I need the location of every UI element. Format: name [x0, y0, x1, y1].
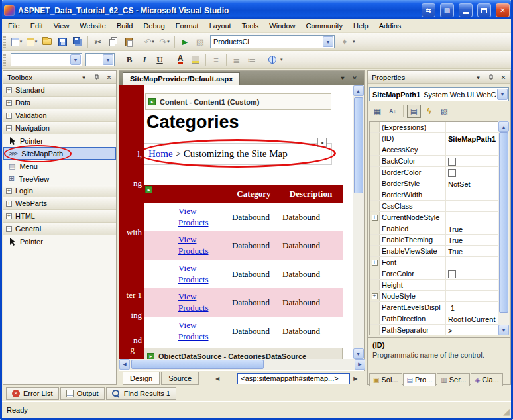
view-products-link[interactable]: View Products	[178, 263, 219, 286]
tab-properties[interactable]: ▤Pro...	[403, 373, 437, 386]
scroll-down-icon[interactable]: ▼	[353, 348, 364, 359]
property-value[interactable]	[446, 291, 500, 301]
pin-button[interactable]	[486, 72, 496, 82]
source-view-tab[interactable]: Source	[161, 372, 199, 385]
toolbar-grip[interactable]	[3, 36, 6, 48]
property-grid[interactable]: (Expressions) (ID)SiteMapPath1 AccessKey…	[369, 121, 500, 335]
scroll-left-icon[interactable]: ◀	[119, 359, 130, 370]
highlight-button[interactable]	[188, 52, 203, 67]
menu-format[interactable]: Format	[170, 20, 204, 32]
property-row[interactable]: (Expressions)	[370, 122, 500, 133]
property-value[interactable]	[446, 167, 500, 178]
toolbox-section-webparts[interactable]: +WebParts	[3, 197, 116, 210]
resize-grip[interactable]: ◢	[503, 407, 510, 417]
tab-find-results[interactable]: Find Results 1	[106, 387, 176, 400]
menu-layout[interactable]: Layout	[204, 20, 237, 32]
property-row[interactable]: ForeColor	[370, 268, 500, 280]
menu-community[interactable]: Community	[300, 20, 348, 32]
capture-tool-button-2[interactable]: ▤	[440, 3, 454, 17]
chevron-down-icon[interactable]: ▼	[497, 89, 508, 100]
property-value[interactable]	[446, 122, 500, 132]
undo-button[interactable]: ↶▾	[142, 34, 156, 49]
scroll-right-icon[interactable]: ▶	[355, 359, 365, 370]
scrollbar-thumb[interactable]	[499, 132, 508, 313]
property-value[interactable]	[446, 280, 500, 290]
design-horizontal-scrollbar[interactable]: ◀ ▶	[119, 359, 365, 370]
menu-website[interactable]: Website	[74, 20, 111, 32]
menu-help[interactable]: Help	[348, 20, 374, 32]
property-value[interactable]	[446, 156, 500, 166]
tab-server-explorer[interactable]: ▥Ser...	[437, 373, 470, 386]
properties-view-button[interactable]: ▤	[407, 105, 421, 118]
window-menu-button[interactable]: ▾	[473, 72, 483, 82]
property-row[interactable]: BackColor	[370, 156, 500, 167]
view-products-link[interactable]: View Products	[178, 235, 219, 257]
property-value[interactable]: True	[446, 246, 500, 256]
property-value[interactable]	[446, 189, 500, 200]
paste-button[interactable]	[121, 34, 136, 49]
view-products-link[interactable]: View Products	[178, 320, 219, 342]
document-tab[interactable]: SiteMapProvider/Default.aspx	[123, 72, 240, 85]
categorized-button[interactable]: ▦	[370, 105, 384, 118]
property-value[interactable]: RootToCurrent	[446, 313, 500, 324]
scroll-up-icon[interactable]: ▲	[353, 85, 364, 96]
view-products-link[interactable]: View Products	[178, 291, 219, 314]
expand-icon[interactable]: +	[6, 213, 12, 219]
breadcrumb-home-link[interactable]: Home	[148, 148, 173, 159]
property-value[interactable]: True	[446, 235, 500, 245]
property-row[interactable]: EnableViewStateTrue	[370, 246, 500, 257]
property-value[interactable]	[446, 201, 500, 211]
toolbar-combobox[interactable]: ProductsCL▼	[210, 35, 335, 48]
property-row[interactable]: +Font	[370, 257, 500, 268]
close-button[interactable]: ✕	[496, 3, 510, 17]
collapse-icon[interactable]: −	[6, 125, 12, 131]
menu-debug[interactable]: Debug	[138, 20, 170, 32]
sitemappath-control[interactable]: Home > Customizing the Site Map	[144, 143, 332, 165]
tag-nav-back-button[interactable]: ◀	[213, 376, 221, 382]
property-row[interactable]: BorderWidth	[370, 189, 500, 201]
expand-icon[interactable]: +	[6, 87, 12, 93]
property-row[interactable]: +CurrentNodeStyle	[370, 212, 500, 223]
open-file-button[interactable]	[40, 34, 54, 49]
font-size-combobox[interactable]: ▼	[86, 53, 115, 66]
expand-icon[interactable]: +	[6, 188, 12, 194]
toolbox-section-general[interactable]: −General	[3, 223, 116, 235]
menu-view[interactable]: View	[48, 20, 75, 32]
content-placeholder-header[interactable]: ▸ Content - Content1 (Custom)	[145, 93, 331, 110]
property-value[interactable]	[446, 144, 500, 155]
property-row[interactable]: BorderColor	[370, 167, 500, 178]
property-value[interactable]: True	[446, 223, 500, 234]
tab-error-list[interactable]: ✕Error List	[6, 387, 59, 400]
property-row[interactable]: (ID)SiteMapPath1	[370, 133, 500, 144]
scroll-up-icon[interactable]: ▲	[498, 121, 509, 132]
menu-tools[interactable]: Tools	[237, 20, 264, 32]
design-view-tab[interactable]: Design	[123, 372, 160, 385]
property-row[interactable]: CssClass	[370, 201, 500, 212]
smart-tag-button[interactable]: ◂	[317, 138, 327, 147]
close-panel-button[interactable]: ✕	[104, 72, 114, 82]
object-selector-combobox[interactable]: SiteMapPath1 System.Web.UI.WebC ▼	[369, 87, 509, 101]
property-row[interactable]: ParentLevelsDispl-1	[370, 302, 500, 313]
hyperlink-button[interactable]	[265, 52, 280, 67]
bold-button[interactable]: B	[122, 52, 137, 67]
scrollbar-thumb[interactable]	[354, 97, 363, 193]
property-value[interactable]	[446, 257, 500, 268]
menu-edit[interactable]: Edit	[25, 20, 48, 32]
property-value[interactable]	[446, 212, 500, 223]
property-row[interactable]: PathDirectionRootToCurrent	[370, 313, 500, 325]
document-close-button[interactable]: ✕	[349, 73, 360, 83]
italic-button[interactable]: I	[137, 52, 152, 67]
property-value[interactable]: -1	[446, 302, 500, 313]
bullet-list-button[interactable]: ≔	[245, 52, 259, 67]
restore-button[interactable]	[477, 3, 491, 17]
property-row[interactable]: Height	[370, 280, 500, 291]
underline-button[interactable]: U	[152, 52, 167, 67]
toolbar-grip[interactable]	[3, 54, 6, 66]
tag-navigator[interactable]: <asp:sitemappath#sitemap...>	[237, 373, 350, 384]
toolbox-section-navigation[interactable]: −Navigation	[3, 122, 116, 134]
property-pages-button[interactable]: ▧	[437, 105, 451, 118]
menu-file[interactable]: File	[3, 20, 25, 32]
property-row[interactable]: BorderStyleNotSet	[370, 178, 500, 189]
property-value[interactable]: >	[446, 325, 500, 335]
menu-addins[interactable]: Addins	[374, 20, 407, 32]
